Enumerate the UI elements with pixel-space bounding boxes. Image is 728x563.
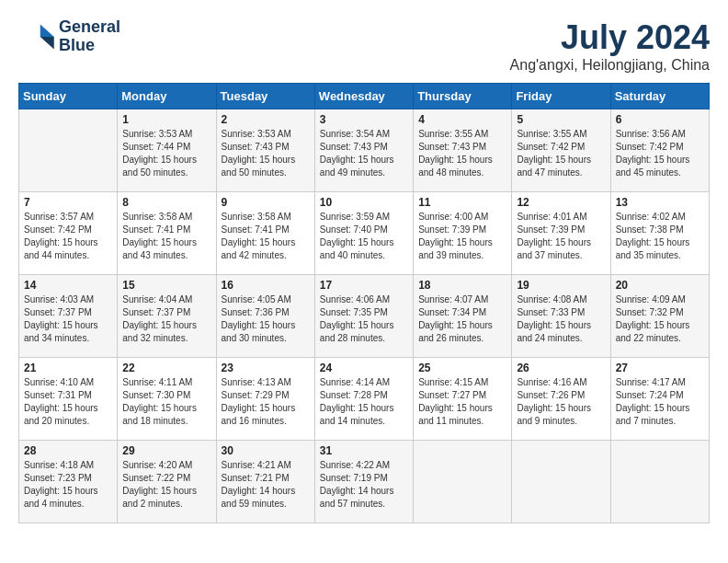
calendar-cell: 11Sunrise: 4:00 AM Sunset: 7:39 PM Dayli… [414,192,512,275]
day-number: 15 [122,279,210,292]
day-number: 20 [616,279,704,292]
day-number: 6 [616,113,704,126]
calendar-cell: 24Sunrise: 4:14 AM Sunset: 7:28 PM Dayli… [314,358,413,441]
svg-marker-1 [40,37,54,50]
day-number: 14 [24,279,112,292]
cell-content: Sunrise: 4:20 AM Sunset: 7:22 PM Dayligh… [122,459,210,511]
calendar-cell: 22Sunrise: 4:11 AM Sunset: 7:30 PM Dayli… [118,358,216,441]
day-number: 28 [24,444,112,457]
day-header-sunday: Sunday [19,84,118,109]
day-number: 27 [616,362,704,374]
calendar-cell: 6Sunrise: 3:56 AM Sunset: 7:42 PM Daylig… [610,109,709,192]
day-number: 30 [222,444,310,457]
day-header-saturday: Saturday [610,84,709,109]
day-number: 17 [320,279,408,292]
calendar-cell: 21Sunrise: 4:10 AM Sunset: 7:31 PM Dayli… [19,358,118,441]
calendar-cell: 12Sunrise: 4:01 AM Sunset: 7:39 PM Dayli… [512,192,610,275]
day-number: 7 [24,196,112,209]
day-number: 3 [320,113,408,126]
day-number: 13 [616,196,704,209]
calendar-cell: 15Sunrise: 4:04 AM Sunset: 7:37 PM Dayli… [118,275,216,358]
cell-content: Sunrise: 4:18 AM Sunset: 7:23 PM Dayligh… [24,459,112,511]
day-number: 25 [418,362,506,374]
cell-content: Sunrise: 4:10 AM Sunset: 7:31 PM Dayligh… [24,376,112,428]
logo-icon [18,23,55,51]
day-number: 29 [122,444,210,457]
calendar-cell: 19Sunrise: 4:08 AM Sunset: 7:33 PM Dayli… [512,275,610,358]
cell-content: Sunrise: 4:17 AM Sunset: 7:24 PM Dayligh… [616,376,704,428]
cell-content: Sunrise: 4:01 AM Sunset: 7:39 PM Dayligh… [517,211,605,262]
calendar-cell: 10Sunrise: 3:59 AM Sunset: 7:40 PM Dayli… [314,192,413,275]
cell-content: Sunrise: 3:59 AM Sunset: 7:40 PM Dayligh… [320,211,408,262]
cell-content: Sunrise: 4:00 AM Sunset: 7:39 PM Dayligh… [418,211,506,262]
day-header-wednesday: Wednesday [314,84,413,109]
svg-marker-0 [40,24,54,37]
calendar-cell: 25Sunrise: 4:15 AM Sunset: 7:27 PM Dayli… [414,358,512,441]
calendar-cell: 3Sunrise: 3:54 AM Sunset: 7:43 PM Daylig… [314,109,413,192]
day-number: 4 [418,113,506,126]
cell-content: Sunrise: 4:09 AM Sunset: 7:32 PM Dayligh… [616,293,704,345]
calendar-cell: 8Sunrise: 3:58 AM Sunset: 7:41 PM Daylig… [118,192,216,275]
cell-content: Sunrise: 4:07 AM Sunset: 7:34 PM Dayligh… [418,293,506,345]
cell-content: Sunrise: 3:57 AM Sunset: 7:42 PM Dayligh… [24,211,112,262]
cell-content: Sunrise: 3:58 AM Sunset: 7:41 PM Dayligh… [222,211,310,262]
month-year: July 2024 [510,18,710,57]
calendar-cell: 18Sunrise: 4:07 AM Sunset: 7:34 PM Dayli… [414,275,512,358]
cell-content: Sunrise: 3:53 AM Sunset: 7:43 PM Dayligh… [222,128,310,179]
logo-text: General Blue [59,18,120,55]
cell-content: Sunrise: 4:02 AM Sunset: 7:38 PM Dayligh… [616,211,704,262]
calendar-cell: 7Sunrise: 3:57 AM Sunset: 7:42 PM Daylig… [19,192,118,275]
calendar-cell: 30Sunrise: 4:21 AM Sunset: 7:21 PM Dayli… [216,441,314,523]
calendar-cell: 26Sunrise: 4:16 AM Sunset: 7:26 PM Dayli… [512,358,610,441]
cell-content: Sunrise: 4:03 AM Sunset: 7:37 PM Dayligh… [24,293,112,345]
cell-content: Sunrise: 3:55 AM Sunset: 7:42 PM Dayligh… [517,128,605,179]
cell-content: Sunrise: 4:08 AM Sunset: 7:33 PM Dayligh… [517,293,605,345]
day-number: 11 [418,196,506,209]
day-number: 31 [320,444,408,457]
cell-content: Sunrise: 4:06 AM Sunset: 7:35 PM Dayligh… [320,293,408,345]
calendar-cell: 23Sunrise: 4:13 AM Sunset: 7:29 PM Dayli… [216,358,314,441]
calendar-cell: 28Sunrise: 4:18 AM Sunset: 7:23 PM Dayli… [19,441,118,523]
calendar-cell [610,441,709,523]
calendar-cell: 29Sunrise: 4:20 AM Sunset: 7:22 PM Dayli… [118,441,216,523]
cell-content: Sunrise: 3:55 AM Sunset: 7:43 PM Dayligh… [418,128,506,179]
day-number: 19 [517,279,605,292]
day-number: 10 [320,196,408,209]
cell-content: Sunrise: 3:56 AM Sunset: 7:42 PM Dayligh… [616,128,704,179]
day-header-friday: Friday [512,84,610,109]
calendar-cell: 14Sunrise: 4:03 AM Sunset: 7:37 PM Dayli… [19,275,118,358]
calendar-cell: 5Sunrise: 3:55 AM Sunset: 7:42 PM Daylig… [512,109,610,192]
day-number: 22 [122,362,210,374]
calendar-cell [19,109,118,192]
cell-content: Sunrise: 4:16 AM Sunset: 7:26 PM Dayligh… [517,376,605,428]
title-block: July 2024 Ang'angxi, Heilongjiang, China [510,18,710,74]
logo: General Blue [18,18,120,55]
day-number: 16 [222,279,310,292]
day-number: 2 [222,113,310,126]
header-row: SundayMondayTuesdayWednesdayThursdayFrid… [19,84,710,109]
day-number: 18 [418,279,506,292]
cell-content: Sunrise: 4:13 AM Sunset: 7:29 PM Dayligh… [222,376,310,428]
calendar-cell: 13Sunrise: 4:02 AM Sunset: 7:38 PM Dayli… [610,192,709,275]
calendar-cell: 20Sunrise: 4:09 AM Sunset: 7:32 PM Dayli… [610,275,709,358]
cell-content: Sunrise: 4:21 AM Sunset: 7:21 PM Dayligh… [222,459,310,511]
cell-content: Sunrise: 3:58 AM Sunset: 7:41 PM Dayligh… [122,211,210,262]
calendar-cell [414,441,512,523]
cell-content: Sunrise: 3:54 AM Sunset: 7:43 PM Dayligh… [320,128,408,179]
day-number: 8 [122,196,210,209]
day-header-monday: Monday [118,84,216,109]
cell-content: Sunrise: 3:53 AM Sunset: 7:44 PM Dayligh… [122,128,210,179]
day-number: 21 [24,362,112,374]
cell-content: Sunrise: 4:11 AM Sunset: 7:30 PM Dayligh… [122,376,210,428]
calendar-week-2: 7Sunrise: 3:57 AM Sunset: 7:42 PM Daylig… [19,192,710,275]
day-header-thursday: Thursday [414,84,512,109]
day-number: 12 [517,196,605,209]
calendar-week-3: 14Sunrise: 4:03 AM Sunset: 7:37 PM Dayli… [19,275,710,358]
day-number: 23 [222,362,310,374]
cell-content: Sunrise: 4:15 AM Sunset: 7:27 PM Dayligh… [418,376,506,428]
calendar-cell: 9Sunrise: 3:58 AM Sunset: 7:41 PM Daylig… [216,192,314,275]
calendar-week-5: 28Sunrise: 4:18 AM Sunset: 7:23 PM Dayli… [19,441,710,523]
day-number: 26 [517,362,605,374]
cell-content: Sunrise: 4:05 AM Sunset: 7:36 PM Dayligh… [222,293,310,345]
day-header-tuesday: Tuesday [216,84,314,109]
